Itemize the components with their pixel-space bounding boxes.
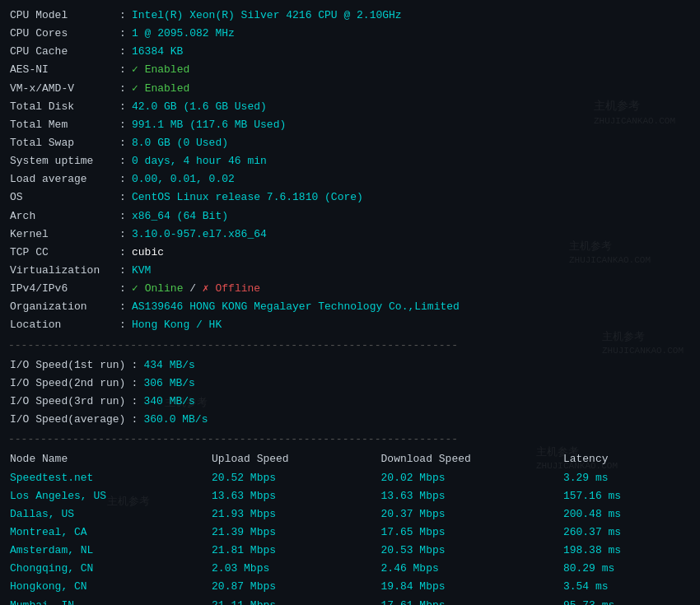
speed-upload-4: 21.81 Mbps bbox=[210, 542, 380, 560]
speed-upload-2: 21.93 Mbps bbox=[210, 505, 380, 524]
sysinfo-colon-15: : bbox=[115, 280, 130, 298]
speed-upload-7: 21.11 Mbps bbox=[210, 597, 380, 605]
io-colon-2: : bbox=[127, 393, 142, 411]
separator-2: ----------------------------------------… bbox=[8, 432, 692, 447]
sysinfo-colon-1: : bbox=[115, 25, 130, 43]
speed-node-6: Hongkong, CN bbox=[8, 578, 210, 596]
io-row-3: I/O Speed(average):360.0 MB/s bbox=[8, 411, 692, 429]
sysinfo-label-9: Load average bbox=[8, 170, 115, 188]
sysinfo-colon-4: : bbox=[115, 80, 130, 98]
sysinfo-value-4: ✓ Enabled bbox=[130, 80, 692, 98]
speed-node-0: Speedtest.net bbox=[8, 469, 210, 487]
io-row-0: I/O Speed(1st run):434 MB/s bbox=[8, 356, 692, 375]
sysinfo-value-2: 16384 KB bbox=[130, 43, 692, 61]
sysinfo-colon-0: : bbox=[115, 7, 130, 25]
speed-node-2: Dallas, US bbox=[8, 505, 210, 524]
speed-node-3: Montreal, CA bbox=[8, 524, 210, 542]
sysinfo-label-4: VM-x/AMD-V bbox=[8, 80, 115, 98]
io-value-1: 306 MB/s bbox=[142, 375, 692, 393]
speed-row-7: Mumbai, IN21.11 Mbps17.61 Mbps95.73 ms bbox=[8, 597, 692, 605]
speed-row-2: Dallas, US21.93 Mbps20.37 Mbps200.48 ms bbox=[8, 505, 692, 524]
io-label-0: I/O Speed(1st run) bbox=[8, 356, 127, 375]
sysinfo-label-2: CPU Cache bbox=[8, 43, 115, 61]
speed-download-1: 13.63 Mbps bbox=[380, 487, 562, 505]
sysinfo-row-16: Organization:AS139646 HONG KONG Megalaye… bbox=[8, 298, 692, 316]
sysinfo-row-4: VM-x/AMD-V:✓ Enabled bbox=[8, 80, 692, 98]
sysinfo-label-17: Location bbox=[8, 316, 115, 334]
col-header-upload: Upload Speed bbox=[210, 450, 380, 468]
sysinfo-colon-12: : bbox=[115, 226, 130, 244]
sysinfo-label-16: Organization bbox=[8, 298, 115, 316]
io-value-2: 340 MB/s bbox=[142, 393, 692, 411]
sysinfo-row-9: Load average:0.00, 0.01, 0.02 bbox=[8, 170, 692, 188]
speed-upload-6: 20.87 Mbps bbox=[210, 578, 380, 596]
sysinfo-label-0: CPU Model bbox=[8, 7, 115, 25]
sysinfo-colon-3: : bbox=[115, 61, 130, 79]
sysinfo-value-17: Hong Kong / HK bbox=[130, 316, 692, 334]
sysinfo-colon-11: : bbox=[115, 207, 130, 226]
io-label-2: I/O Speed(3rd run) bbox=[8, 393, 127, 411]
sysinfo-row-17: Location:Hong Kong / HK bbox=[8, 316, 692, 334]
sysinfo-colon-13: : bbox=[115, 244, 130, 262]
speed-latency-5: 80.29 ms bbox=[562, 560, 692, 578]
sysinfo-value-16: AS139646 HONG KONG Megalayer Technology … bbox=[130, 298, 692, 316]
io-value-3: 360.0 MB/s bbox=[142, 411, 692, 429]
sysinfo-value-6: 991.1 MB (117.6 MB Used) bbox=[130, 116, 692, 134]
col-header-node: Node Name bbox=[8, 450, 210, 468]
sysinfo-label-7: Total Swap bbox=[8, 134, 115, 152]
io-colon-3: : bbox=[127, 411, 142, 429]
sysinfo-label-11: Arch bbox=[8, 207, 115, 226]
sysinfo-value-11: x86_64 (64 Bit) bbox=[130, 207, 692, 226]
sysinfo-value-7: 8.0 GB (0 Used) bbox=[130, 134, 692, 152]
sysinfo-colon-14: : bbox=[115, 262, 130, 280]
sysinfo-value-13: cubic bbox=[130, 244, 692, 262]
sysinfo-row-1: CPU Cores:1 @ 2095.082 MHz bbox=[8, 25, 692, 43]
sysinfo-row-5: Total Disk:42.0 GB (1.6 GB Used) bbox=[8, 98, 692, 116]
speed-row-3: Montreal, CA21.39 Mbps17.65 Mbps260.37 m… bbox=[8, 524, 692, 542]
sysinfo-label-6: Total Mem bbox=[8, 116, 115, 134]
sysinfo-colon-5: : bbox=[115, 98, 130, 116]
sysinfo-label-3: AES-NI bbox=[8, 61, 115, 79]
speed-upload-1: 13.63 Mbps bbox=[210, 487, 380, 505]
speed-row-4: Amsterdam, NL21.81 Mbps20.53 Mbps198.38 … bbox=[8, 542, 692, 560]
sysinfo-row-0: CPU Model:Intel(R) Xeon(R) Silver 4216 C… bbox=[8, 7, 692, 25]
sysinfo-colon-7: : bbox=[115, 134, 130, 152]
sysinfo-colon-10: : bbox=[115, 188, 130, 207]
io-row-2: I/O Speed(3rd run):340 MB/s bbox=[8, 393, 692, 411]
sysinfo-value-5: 42.0 GB (1.6 GB Used) bbox=[130, 98, 692, 116]
speed-node-7: Mumbai, IN bbox=[8, 597, 210, 605]
sysinfo-colon-6: : bbox=[115, 116, 130, 134]
speed-download-3: 17.65 Mbps bbox=[380, 524, 562, 542]
sysinfo-label-12: Kernel bbox=[8, 226, 115, 244]
speed-latency-6: 3.54 ms bbox=[562, 578, 692, 596]
speed-download-7: 17.61 Mbps bbox=[380, 597, 562, 605]
sysinfo-row-15: IPv4/IPv6:✓ Online / ✗ Offline bbox=[8, 280, 692, 298]
sysinfo-row-14: Virtualization:KVM bbox=[8, 262, 692, 280]
sysinfo-value-12: 3.10.0-957.el7.x86_64 bbox=[130, 226, 692, 244]
sysinfo-colon-8: : bbox=[115, 152, 130, 170]
speed-latency-0: 3.29 ms bbox=[562, 469, 692, 487]
sysinfo-colon-16: : bbox=[115, 298, 130, 316]
speed-row-5: Chongqing, CN2.03 Mbps2.46 Mbps80.29 ms bbox=[8, 560, 692, 578]
speed-download-6: 19.84 Mbps bbox=[380, 578, 562, 596]
system-info-table: CPU Model:Intel(R) Xeon(R) Silver 4216 C… bbox=[8, 7, 692, 335]
speed-upload-3: 21.39 Mbps bbox=[210, 524, 380, 542]
speed-download-4: 20.53 Mbps bbox=[380, 542, 562, 560]
speed-row-1: Los Angeles, US13.63 Mbps13.63 Mbps157.1… bbox=[8, 487, 692, 505]
main-content: CPU Model:Intel(R) Xeon(R) Silver 4216 C… bbox=[8, 7, 692, 605]
speed-upload-5: 2.03 Mbps bbox=[210, 560, 380, 578]
sysinfo-row-13: TCP CC:cubic bbox=[8, 244, 692, 262]
speed-download-2: 20.37 Mbps bbox=[380, 505, 562, 524]
io-label-3: I/O Speed(average) bbox=[8, 411, 127, 429]
sysinfo-label-10: OS bbox=[8, 188, 115, 207]
sysinfo-label-8: System uptime bbox=[8, 152, 115, 170]
speed-table: Node Name Upload Speed Download Speed La… bbox=[8, 450, 692, 605]
sysinfo-value-10: CentOS Linux release 7.6.1810 (Core) bbox=[130, 188, 692, 207]
sysinfo-label-1: CPU Cores bbox=[8, 25, 115, 43]
speed-node-5: Chongqing, CN bbox=[8, 560, 210, 578]
sysinfo-value-0: Intel(R) Xeon(R) Silver 4216 CPU @ 2.10G… bbox=[130, 7, 692, 25]
speed-latency-3: 260.37 ms bbox=[562, 524, 692, 542]
col-header-download: Download Speed bbox=[380, 450, 562, 468]
sysinfo-label-5: Total Disk bbox=[8, 98, 115, 116]
speed-node-4: Amsterdam, NL bbox=[8, 542, 210, 560]
